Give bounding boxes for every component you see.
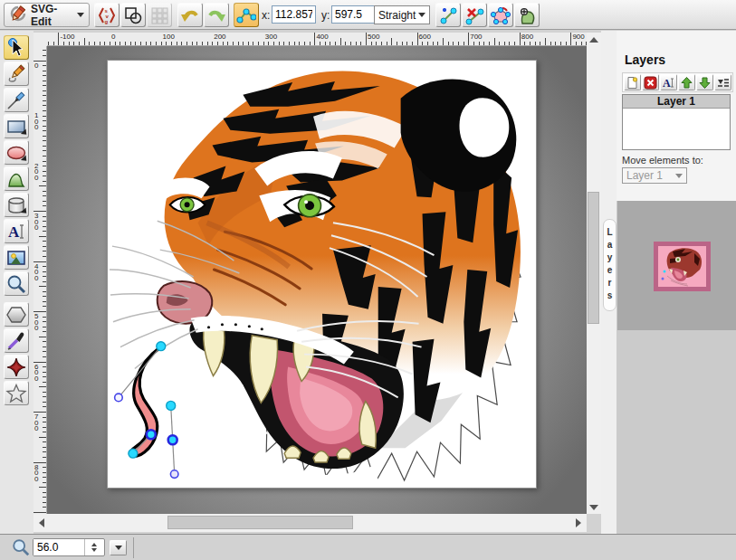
main-menu-button[interactable]: SVG-Edit <box>4 3 90 27</box>
wireframe-button[interactable] <box>120 3 146 27</box>
ruler-tick-label: 6 0 0 <box>34 365 38 383</box>
add-subpath-button[interactable] <box>514 3 540 27</box>
y-coordinate-input[interactable] <box>331 5 376 24</box>
tool-rectangle[interactable] <box>4 114 29 138</box>
link-control-points-toggle[interactable] <box>234 3 259 27</box>
delete-node-icon <box>464 5 484 25</box>
tool-select[interactable] <box>4 35 29 60</box>
insert-node-button[interactable] <box>435 3 461 27</box>
ruler-tick-label: 400 <box>316 33 328 41</box>
ruler-tick-label: 700 <box>470 33 482 41</box>
tool-polygon[interactable] <box>4 302 29 327</box>
redo-icon <box>206 5 226 25</box>
rename-layer-button[interactable]: A <box>660 74 677 90</box>
view-source-button[interactable]: s v g <box>94 3 119 27</box>
tool-shape-library[interactable] <box>4 193 29 217</box>
layer-list[interactable]: Layer 1 <box>622 94 731 150</box>
ruler-tick-label: -100 <box>60 33 74 41</box>
ruler-tick-label: 5 0 0 <box>34 314 38 332</box>
ruler-tick-label: 2 0 0 <box>34 164 38 182</box>
ruler-tick-label: 4 0 0 <box>34 264 38 282</box>
new-layer-button[interactable] <box>624 74 641 90</box>
rename-layer-icon: A <box>662 76 675 90</box>
layer-thumbnail[interactable] <box>654 242 711 291</box>
link-control-points-icon <box>236 5 256 25</box>
tool-eyedropper[interactable] <box>4 328 29 353</box>
horizontal-ruler: -10001002003004005006007008009001000 <box>47 33 587 46</box>
chevron-down-icon <box>77 13 84 17</box>
select-cursor-icon <box>5 37 27 59</box>
hexagon-icon <box>5 304 27 326</box>
layer-up-button[interactable] <box>678 74 695 90</box>
delete-layer-icon <box>644 76 657 90</box>
ruler-tick-label: 8 0 0 <box>34 465 38 483</box>
add-subpath-icon <box>517 5 537 25</box>
zoom-level-input[interactable] <box>33 539 84 555</box>
open-subpath-button[interactable] <box>488 3 513 27</box>
path-tool-icon <box>5 168 27 190</box>
pencil-icon <box>5 63 27 85</box>
scroll-down-button[interactable] <box>587 500 601 514</box>
new-layer-icon <box>626 76 639 90</box>
workarea[interactable] <box>47 46 587 514</box>
ruler-tick-label: 600 <box>419 33 431 41</box>
zoom-spinner[interactable] <box>84 539 102 555</box>
chevron-down-icon <box>418 13 425 17</box>
layer-preview-area <box>617 201 736 330</box>
scroll-down-icon <box>589 505 598 510</box>
horizontal-scrollbar[interactable] <box>33 514 587 532</box>
eyedropper-icon <box>5 330 27 352</box>
scroll-left-button[interactable] <box>34 516 48 530</box>
tool-path[interactable] <box>4 166 29 191</box>
tool-line[interactable] <box>4 88 29 112</box>
svg-text:g: g <box>105 19 109 24</box>
chevron-down-icon <box>115 546 122 550</box>
layers-panel-title: Layers <box>625 52 665 67</box>
redo-button[interactable] <box>204 3 229 27</box>
layer-down-button[interactable] <box>696 74 713 90</box>
layer-row-selected[interactable]: Layer 1 <box>623 95 730 109</box>
zoom-preset-dropdown[interactable] <box>110 540 127 555</box>
open-subpath-icon <box>491 5 511 25</box>
svgedit-logo-icon <box>9 5 27 26</box>
magnifier-icon <box>5 273 27 295</box>
vertical-scrollbar[interactable] <box>587 33 601 514</box>
tiger-artwork <box>108 61 536 488</box>
tool-ornament[interactable] <box>4 355 29 379</box>
scroll-up-button[interactable] <box>587 33 601 46</box>
wireframe-icon <box>123 5 143 25</box>
vertical-scrollbar-thumb[interactable] <box>588 192 599 324</box>
delete-node-button[interactable] <box>462 3 487 27</box>
ruler-tick-label: 1 0 0 <box>34 113 38 131</box>
spinner-down-icon <box>91 548 97 552</box>
tool-ellipse[interactable] <box>4 140 29 165</box>
grid-button[interactable] <box>147 3 172 27</box>
grid-icon <box>149 5 169 25</box>
ruler-tick-label: 300 <box>265 33 277 41</box>
ruler-tick-label: 500 <box>368 33 379 41</box>
tool-text[interactable]: A <box>4 219 29 243</box>
tool-pencil[interactable] <box>4 62 29 86</box>
zoom-control <box>33 538 105 556</box>
tool-star[interactable] <box>4 381 29 405</box>
x-coordinate-label: x: <box>262 9 270 22</box>
tool-zoom[interactable] <box>4 271 29 296</box>
svg-canvas[interactable] <box>107 60 537 489</box>
ruler-tick-label: 7 0 0 <box>34 414 38 432</box>
horizontal-scrollbar-thumb[interactable] <box>167 516 353 529</box>
undo-button[interactable] <box>177 3 203 27</box>
ruler-tick-label: 200 <box>214 33 225 41</box>
delete-layer-button[interactable] <box>642 74 659 90</box>
scroll-up-icon <box>589 37 598 43</box>
layer-options-button[interactable] <box>714 74 731 90</box>
image-tool-icon <box>5 247 27 269</box>
ornament-icon <box>5 356 27 378</box>
text-tool-icon: A <box>5 221 27 242</box>
move-target-select[interactable]: Layer 1 <box>622 167 687 184</box>
segment-type-select[interactable]: Straight <box>374 5 430 24</box>
scroll-right-button[interactable] <box>571 516 585 530</box>
tool-image[interactable] <box>4 245 29 270</box>
layers-panel-handle[interactable]: Layers <box>603 219 617 311</box>
ruler-tick-label: 0 <box>34 63 38 70</box>
x-coordinate-input[interactable] <box>272 5 316 24</box>
